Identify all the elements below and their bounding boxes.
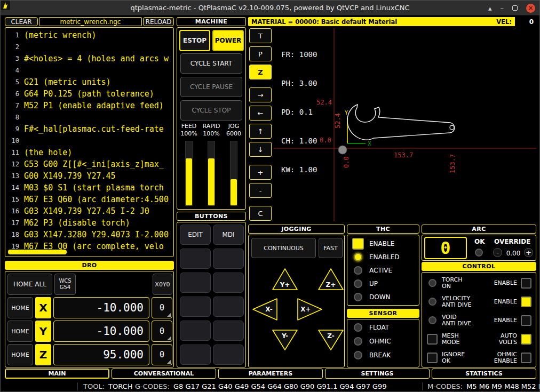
mdi-button[interactable]: MDI	[213, 225, 244, 245]
view-perspective-button[interactable]: P	[249, 46, 272, 61]
tab-main[interactable]: MAIN	[5, 369, 109, 379]
thc-active-led	[354, 266, 362, 275]
arc-override-minus-button[interactable]: -	[493, 248, 502, 257]
zoom-in-button[interactable]: +	[249, 165, 272, 180]
gcode-line-text: (the hole)	[24, 147, 72, 158]
jog-speed-slider[interactable]	[230, 141, 237, 206]
home-z-button[interactable]: HOME	[7, 344, 33, 365]
gcode-line-number: 4	[5, 65, 19, 76]
home-all-button[interactable]: HOME ALL	[7, 274, 52, 295]
arc-override-plus-button[interactable]: +	[524, 248, 533, 257]
auto-volts-checkbox[interactable]	[521, 334, 531, 345]
thc-enable-checkbox[interactable]	[352, 238, 364, 250]
edit-button[interactable]: EDIT	[180, 225, 211, 245]
jog-mode-continuous-button[interactable]: CONTINUOUS	[251, 238, 316, 258]
view-z-button[interactable]: Z	[249, 65, 272, 79]
shade-window-icon[interactable]: ▴	[488, 5, 492, 12]
jog-slider-handle[interactable]	[231, 179, 237, 205]
pan-down-button[interactable]: ↓	[249, 142, 272, 157]
gcode-line-number: 6	[5, 88, 19, 100]
mcodes-value: M5 M6 M9 M48 M52 M53	[466, 382, 540, 390]
pan-left-button[interactable]: ←	[249, 106, 272, 121]
user-button-empty[interactable]	[213, 345, 244, 365]
user-button-empty[interactable]	[213, 321, 244, 341]
gcode-line-number: 2	[5, 41, 19, 53]
gcode-line: 5G21 (metric units)	[5, 76, 173, 88]
tab-parameters[interactable]: PARAMETERS	[218, 369, 323, 379]
y-axis-label: Y	[35, 321, 51, 342]
user-button-empty[interactable]	[180, 273, 211, 293]
clear-plot-button[interactable]: C	[249, 206, 272, 221]
home-x-button[interactable]: HOME	[7, 297, 33, 318]
view-top-button[interactable]: T	[249, 28, 272, 43]
x-offset-select[interactable]: 0	[152, 297, 172, 318]
minimize-icon[interactable]: –	[501, 5, 504, 12]
tab-settings[interactable]: SETTINGS	[325, 369, 430, 379]
jog-z-plus-button[interactable]: Z+	[317, 267, 345, 292]
pan-right-button[interactable]: →	[249, 87, 272, 102]
jog-y-minus-button[interactable]: Y-	[271, 328, 299, 353]
arc-panel: 0 OK OVERRIDE - 0.00 +	[422, 235, 536, 261]
sensor-panel-header: SENSOR	[347, 309, 419, 318]
gcode-line-text: G03 X147.3280 Y29.4073 I-2.000	[24, 229, 169, 241]
maximize-icon[interactable]	[512, 5, 518, 11]
user-button-empty[interactable]	[213, 273, 244, 293]
gcode-display[interactable]: 1(metric wrench) 2 3#<holes> = 4 (holes …	[5, 27, 174, 257]
cycle-pause-button[interactable]: CYCLE PAUSE	[180, 77, 242, 97]
gcode-line: 17M62 P3 (disable torch)	[5, 217, 173, 229]
user-button-empty[interactable]	[213, 249, 244, 269]
material-selector[interactable]: MATERIAL = 00000: Basic default Material…	[248, 17, 536, 26]
feed-slider-handle[interactable]	[186, 158, 192, 205]
gcode-line-number: 8	[5, 111, 19, 123]
void-enable-checkbox[interactable]	[521, 315, 531, 326]
ohmic-enable-checkbox[interactable]	[521, 353, 531, 363]
power-button[interactable]: POWER	[212, 30, 244, 51]
jog-z-minus-button[interactable]: Z-	[317, 328, 345, 353]
z-offset-select[interactable]: 0	[152, 344, 172, 365]
user-button-empty[interactable]	[180, 345, 211, 365]
titlebar[interactable]: qtplasmac-metric - QtPlasmaC v2.10-009.0…	[1, 1, 539, 15]
jog-x-minus-button[interactable]: X-	[251, 297, 279, 322]
gcode-hscrollbar-thumb[interactable]	[8, 250, 67, 254]
mesh-mode-checkbox[interactable]	[427, 334, 438, 345]
user-button-empty[interactable]	[180, 321, 211, 341]
tab-statistics[interactable]: STATISTICS	[432, 369, 536, 379]
arc-voltage-display: 0	[424, 237, 467, 259]
gcode-line-number: 12	[5, 158, 19, 170]
gcode-line-number: 14	[5, 182, 19, 194]
user-button-empty[interactable]	[180, 249, 211, 269]
reload-button[interactable]: RELOAD	[143, 17, 174, 26]
jog-y-plus-button[interactable]: Y+	[271, 267, 299, 292]
material-label: MATERIAL = 00000: Basic default Material	[251, 18, 397, 26]
user-button-empty[interactable]	[180, 297, 211, 317]
close-icon[interactable]: ×	[526, 4, 535, 13]
ignore-ok-checkbox[interactable]	[427, 353, 438, 363]
estop-button[interactable]: ESTOP	[179, 30, 210, 51]
feed-override-value: 100%	[178, 130, 200, 137]
zero-xy-button[interactable]: X0Y0	[153, 274, 172, 295]
wcs-button[interactable]: WCSG54	[54, 274, 76, 295]
rapid-override-slider[interactable]	[208, 141, 215, 206]
buttons-panel: EDIT MDI	[177, 222, 246, 367]
tab-conversational[interactable]: CONVERSATIONAL	[112, 369, 216, 379]
cycle-stop-button[interactable]: CYCLE STOP	[180, 100, 242, 121]
zoom-out-button[interactable]: -	[249, 183, 272, 198]
cycle-start-button[interactable]: CYCLE START	[180, 53, 242, 74]
gcode-line-text: G21 (metric units)	[24, 76, 111, 88]
sensor-panel: FLOAT OHMIC BREAK	[347, 319, 419, 367]
rapid-slider-handle[interactable]	[208, 158, 215, 205]
cut-parameters-overlay: FR: 1000 PH: 3.00 PD: 0.1 CH: 1.00 KW: 1…	[281, 30, 317, 194]
jog-x-plus-button[interactable]: X+	[296, 297, 323, 322]
feed-override-slider[interactable]	[185, 141, 193, 206]
home-y-button[interactable]: HOME	[7, 321, 33, 342]
gcode-line: 11(the hole)	[5, 147, 173, 158]
pan-up-button[interactable]: ↑	[249, 124, 272, 139]
gcode-line: 12G53 G00 Z[[#<_ini[axis_z]max_	[5, 158, 173, 170]
y-offset-select[interactable]: 0	[152, 321, 172, 342]
clear-button[interactable]: CLEAR	[5, 17, 38, 26]
torch-enable-checkbox[interactable]	[521, 278, 531, 289]
jog-fast-button[interactable]: FAST	[319, 238, 343, 258]
control-panel-header: CONTROL	[422, 262, 536, 271]
velocity-enable-checkbox[interactable]	[521, 297, 531, 307]
user-button-empty[interactable]	[213, 297, 244, 317]
